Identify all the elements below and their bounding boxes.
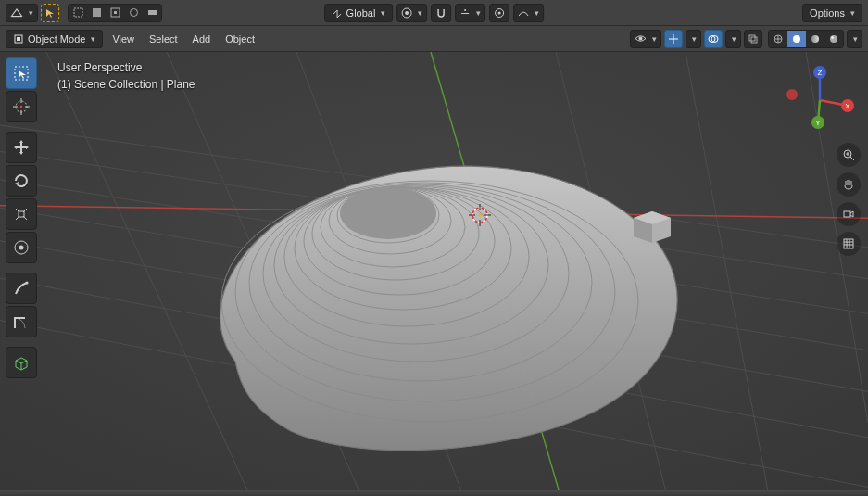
measure-tool[interactable] bbox=[6, 306, 37, 337]
shading-dropdown[interactable]: ▾ bbox=[847, 30, 862, 48]
svg-rect-14 bbox=[17, 37, 20, 41]
chevron-down-icon: ▾ bbox=[850, 8, 855, 18]
eye-icon bbox=[635, 32, 647, 45]
menu-select[interactable]: Select bbox=[144, 31, 183, 47]
seg-4[interactable] bbox=[124, 5, 143, 21]
svg-rect-86 bbox=[844, 239, 853, 248]
statusbar-strip bbox=[0, 490, 868, 496]
shading-solid[interactable] bbox=[787, 31, 806, 47]
svg-line-70 bbox=[23, 216, 27, 220]
svg-line-82 bbox=[850, 157, 854, 160]
rotate-tool[interactable] bbox=[6, 165, 37, 197]
move-tool[interactable] bbox=[6, 132, 37, 163]
pan-icon[interactable] bbox=[837, 172, 861, 197]
svg-point-65 bbox=[20, 106, 22, 108]
menu-view[interactable]: View bbox=[107, 31, 140, 47]
svg-rect-18 bbox=[749, 35, 755, 41]
shading-rendered[interactable] bbox=[824, 31, 843, 47]
options-dropdown[interactable]: Options ▾ bbox=[802, 4, 862, 22]
navigation-gizmo[interactable]: X Z Y bbox=[783, 63, 857, 137]
svg-point-5 bbox=[130, 9, 137, 17]
svg-point-23 bbox=[830, 35, 837, 43]
chevron-down-icon: ▾ bbox=[91, 34, 95, 44]
options-label: Options bbox=[810, 7, 845, 19]
overlay-toggle[interactable] bbox=[704, 30, 723, 48]
viewport-header-top: ▾ Global ▾ ▾ ▾ bbox=[0, 0, 868, 26]
perspective-toggle-icon[interactable] bbox=[837, 232, 861, 256]
orientation-icon bbox=[332, 7, 343, 19]
viewport-rightside-controls bbox=[837, 143, 861, 256]
chevron-down-icon: ▾ bbox=[652, 34, 657, 44]
svg-point-22 bbox=[811, 35, 819, 43]
chevron-down-icon: ▾ bbox=[853, 34, 858, 44]
svg-line-69 bbox=[16, 216, 19, 220]
grid-floor bbox=[0, 52, 868, 496]
select-tweak-icon[interactable] bbox=[41, 4, 59, 22]
object-mode-icon bbox=[13, 33, 24, 45]
shading-mode-group bbox=[768, 30, 844, 48]
svg-point-77 bbox=[786, 89, 798, 100]
orientation-label: Global bbox=[346, 7, 376, 19]
editor-type-dropdown[interactable]: ▾ bbox=[6, 4, 38, 22]
visibility-dropdown[interactable]: ▾ bbox=[630, 30, 661, 48]
add-cube-tool[interactable] bbox=[6, 347, 37, 378]
snap-toggle[interactable] bbox=[431, 4, 451, 22]
svg-rect-4 bbox=[114, 11, 117, 14]
cursor-tool[interactable] bbox=[6, 91, 37, 122]
camera-view-icon[interactable] bbox=[837, 202, 861, 226]
svg-point-10 bbox=[464, 9, 466, 11]
toolbar-left bbox=[6, 57, 37, 378]
svg-rect-9 bbox=[461, 13, 469, 14]
svg-point-73 bbox=[25, 281, 28, 284]
proportional-dropdown[interactable]: ▾ bbox=[513, 4, 544, 22]
pivot-dropdown[interactable]: ▾ bbox=[396, 4, 427, 22]
viewport-3d[interactable]: User Perspective (1) Scene Collection | … bbox=[0, 52, 868, 496]
viewport-menubar: Object Mode ▾ View Select Add Object ▾ ▾… bbox=[0, 26, 868, 52]
mode-label: Object Mode bbox=[28, 33, 85, 45]
axis-y-label: Y bbox=[815, 119, 821, 127]
svg-rect-0 bbox=[12, 16, 21, 17]
overlay-dropdown[interactable]: ▾ bbox=[725, 30, 741, 48]
chevron-down-icon: ▾ bbox=[418, 8, 422, 18]
shading-wireframe[interactable] bbox=[769, 31, 787, 47]
menu-add[interactable]: Add bbox=[187, 31, 217, 47]
svg-line-68 bbox=[23, 209, 27, 212]
seg-5[interactable] bbox=[143, 5, 161, 21]
svg-rect-1 bbox=[74, 8, 82, 17]
chevron-down-icon: ▾ bbox=[381, 8, 385, 18]
seg-1[interactable] bbox=[69, 5, 87, 21]
select-mode-group bbox=[68, 4, 162, 22]
overlay-line-2: (1) Scene Collection | Plane bbox=[57, 78, 195, 91]
overlay-line-1: User Perspective bbox=[57, 61, 195, 74]
chevron-down-icon: ▾ bbox=[29, 8, 33, 18]
snap-dropdown[interactable]: ▾ bbox=[455, 4, 485, 22]
zoom-icon[interactable] bbox=[837, 143, 861, 167]
gizmo-toggle[interactable] bbox=[664, 30, 683, 48]
svg-rect-85 bbox=[844, 211, 850, 217]
scale-tool[interactable] bbox=[6, 198, 37, 230]
axis-x-label: X bbox=[845, 102, 850, 110]
axis-z-label: Z bbox=[818, 69, 823, 77]
proportional-toggle[interactable] bbox=[489, 4, 509, 22]
shading-material[interactable] bbox=[806, 31, 824, 47]
svg-rect-6 bbox=[148, 10, 157, 15]
chevron-down-icon: ▾ bbox=[692, 34, 697, 44]
menu-object[interactable]: Object bbox=[220, 31, 260, 47]
xray-toggle[interactable] bbox=[744, 30, 762, 48]
svg-point-21 bbox=[793, 35, 800, 43]
svg-point-72 bbox=[19, 246, 24, 250]
svg-rect-25 bbox=[0, 52, 868, 496]
svg-point-24 bbox=[831, 36, 833, 38]
svg-point-15 bbox=[639, 37, 643, 41]
annotate-tool[interactable] bbox=[6, 273, 37, 304]
mode-dropdown[interactable]: Object Mode ▾ bbox=[6, 30, 103, 48]
gizmo-dropdown[interactable]: ▾ bbox=[686, 30, 701, 48]
svg-point-7 bbox=[405, 11, 409, 15]
transform-tool[interactable] bbox=[6, 232, 37, 263]
select-box-tool[interactable] bbox=[6, 57, 37, 89]
seg-2[interactable] bbox=[87, 5, 106, 21]
seg-3[interactable] bbox=[106, 5, 124, 21]
svg-rect-19 bbox=[751, 37, 757, 43]
transform-orientation-dropdown[interactable]: Global ▾ bbox=[324, 4, 394, 22]
svg-point-12 bbox=[498, 11, 501, 14]
